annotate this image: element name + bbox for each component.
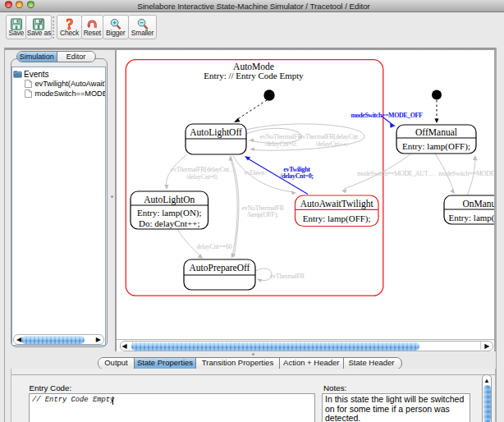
svg-text:Entry: lamp(OFF);: Entry: lamp(OFF); xyxy=(448,213,493,223)
svg-text:AutoAwaitTwilight: AutoAwaitTwilight xyxy=(300,199,373,209)
svg-text:Entry: // Entry Code Empty: Entry: // Entry Code Empty xyxy=(204,71,304,80)
svg-text:/lamp(OFF);: /lamp(OFF); xyxy=(247,211,278,218)
svg-text:evThermalFB: evThermalFB xyxy=(270,273,305,280)
svg-text:AutoLightOff: AutoLightOff xyxy=(190,127,242,138)
svg-text:Entry: lamp(OFF);: Entry: lamp(OFF); xyxy=(302,213,370,224)
svg-text:/delayCnt=0;: /delayCnt=0; xyxy=(279,172,314,180)
svg-text:/delayCnt++;: /delayCnt++; xyxy=(315,140,347,148)
svg-text:delayCnt==60: delayCnt==60 xyxy=(196,243,231,250)
svg-text:Do: delayCnt++;: Do: delayCnt++; xyxy=(139,218,199,228)
svg-text:modeSwitch==MODE_OFF: modeSwitch==MODE_OFF xyxy=(351,112,422,119)
svg-text:/delayCnt=0;: /delayCnt=0; xyxy=(186,173,218,181)
svg-text:evDawn: evDawn xyxy=(244,169,264,177)
svg-text:OnManual: OnManual xyxy=(462,199,494,209)
svg-text:AutoLightOn: AutoLightOn xyxy=(144,195,195,205)
svg-text:AutoPrepareOff: AutoPrepareOff xyxy=(189,263,250,273)
svg-text:OffManual: OffManual xyxy=(415,127,457,137)
svg-text:modeSwitch==MODE_: modeSwitch==MODE_ xyxy=(438,170,494,177)
svg-text:modeSwitch==MODE_AUT…: modeSwitch==MODE_AUT… xyxy=(357,170,434,177)
svg-text:/delayCnt=0;: /delayCnt=0; xyxy=(264,140,296,148)
svg-text:Entry: lamp(OFF);: Entry: lamp(OFF); xyxy=(402,141,470,152)
svg-text:Entry: lamp(ON);: Entry: lamp(ON); xyxy=(137,208,202,218)
